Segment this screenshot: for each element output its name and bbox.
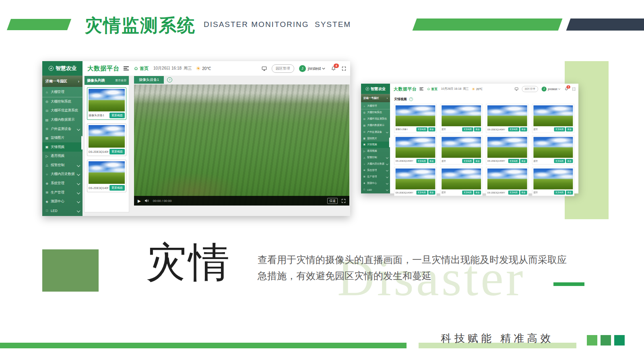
play-button[interactable]: 播放 — [566, 159, 573, 163]
sidebar-item-production-management[interactable]: ⊞ 生产管理 — [361, 174, 390, 180]
camera-card[interactable]: DS-2DE3Q140MY 更新截图 — [87, 123, 126, 156]
camera-thumbnail[interactable] — [89, 161, 125, 184]
help-icon[interactable]: ? — [409, 97, 413, 101]
update-snapshot-button[interactable]: 更新截图 — [462, 191, 473, 195]
help-icon[interactable]: ? — [167, 77, 172, 82]
username-dropdown[interactable]: jnrstest — [308, 66, 325, 71]
update-snapshot-button[interactable]: 更新截图 — [462, 159, 473, 163]
camera-thumbnail[interactable] — [89, 125, 125, 148]
user-avatar[interactable]: J — [541, 86, 546, 91]
play-button[interactable]: 播放 — [566, 128, 573, 132]
show-all-link[interactable]: 显示全部 — [115, 78, 126, 82]
play-button[interactable]: 播放 — [428, 191, 435, 195]
camera-thumbnail[interactable] — [442, 169, 481, 189]
sidebar-item-seedling-images[interactable]: ▦ 苗情图片 — [42, 134, 83, 143]
sidebar-item-outdoor-monitoring-devices[interactable]: ⊙ 户外监测设备 — [42, 124, 83, 134]
camera-device-tab[interactable]: 摄像头设备1 — [134, 76, 164, 84]
sidebar-item-greenhouse-history-data[interactable]: ○ 大棚内历史数据 — [361, 161, 390, 167]
play-button[interactable]: 播放 — [520, 128, 527, 132]
sidebar-item-general-video[interactable]: ▷ 通用视频 — [42, 152, 83, 161]
update-snapshot-button[interactable]: 更新截图 — [462, 128, 473, 132]
play-button[interactable]: 播放 — [474, 191, 481, 195]
volume-icon[interactable] — [144, 199, 149, 203]
sidebar-item-greenhouse-control-system[interactable]: ◎ 大棚控制系统 — [42, 97, 83, 107]
camera-card[interactable]: 监控 更新截图 播放 — [440, 167, 482, 196]
fullscreen-icon[interactable] — [572, 87, 576, 90]
camera-card[interactable]: 监控 更新截图 播放 — [532, 136, 574, 165]
play-button[interactable]: 播放 — [428, 159, 435, 163]
sidebar-item-greenhouse-control-system[interactable]: ◎ 大棚控制系统 — [361, 109, 390, 116]
org-manage-button[interactable]: 园区管理 — [522, 86, 538, 92]
sidebar-item-led[interactable]: □ LED — [42, 206, 83, 216]
camera-thumbnail[interactable] — [442, 137, 481, 158]
camera-thumbnail[interactable] — [487, 137, 527, 158]
update-snapshot-button[interactable]: 更新截图 — [416, 128, 427, 132]
update-snapshot-button[interactable]: 更新截图 — [508, 159, 519, 163]
sidebar-item-alarm-control[interactable]: △ 报警控制 — [361, 154, 390, 161]
sidebar-item-traceability-center[interactable]: ◈ 溯源中心 — [42, 197, 83, 206]
camera-thumbnail[interactable] — [533, 137, 573, 158]
camera-card[interactable]: DS-2DE3Q140MY 更新截图 播放 — [486, 104, 528, 133]
update-snapshot-button[interactable]: 更新截图 — [109, 149, 125, 154]
sidebar-item-production-management[interactable]: ⊞ 生产管理 — [42, 188, 83, 197]
update-snapshot-button[interactable]: 更新截图 — [416, 191, 427, 195]
play-button[interactable]: 播放 — [520, 191, 527, 195]
camera-thumbnail[interactable] — [442, 105, 481, 126]
notifications-bell-icon[interactable]: 4 — [564, 87, 568, 90]
sidebar-item-disaster-video[interactable]: ▣ 灾情视频 — [42, 142, 83, 152]
camera-thumbnail[interactable] — [89, 89, 125, 111]
update-snapshot-button[interactable]: 更新截图 — [554, 128, 565, 132]
sidebar-item-greenhouse-data-display[interactable]: ▤ 大棚内数据展示 — [361, 122, 390, 129]
play-button[interactable]: 播放 — [428, 128, 435, 132]
sidebar-item-greenhouse-env-monitoring[interactable]: ⊡ 大棚环境监测系统 — [361, 116, 390, 122]
camera-card[interactable]: 摄像头设备1 更新截图 播放 — [394, 104, 436, 133]
update-snapshot-button[interactable]: 更新截图 — [109, 185, 125, 191]
sidebar-item-outdoor-monitoring-devices[interactable]: ⊙ 户外监测设备 — [361, 129, 390, 135]
sidebar-item-system-management[interactable]: ⊕ 系统管理 — [42, 179, 83, 188]
update-snapshot-button[interactable]: 更新截图 — [554, 191, 565, 195]
camera-card[interactable]: 摄像头设备1 更新截图 — [87, 87, 126, 120]
camera-card[interactable]: DS-2DE3Q140MY 更新截图 播放 — [486, 136, 528, 165]
camera-thumbnail[interactable] — [533, 169, 573, 189]
update-snapshot-button[interactable]: 更新截图 — [416, 159, 427, 163]
park-selector[interactable]: 济南一号园区 › — [42, 76, 83, 87]
playback-speed-button[interactable]: 倍速 — [327, 198, 338, 204]
camera-card[interactable]: 监控 更新截图 播放 — [440, 104, 482, 133]
nav-home-link[interactable]: 首页 — [134, 66, 149, 72]
sidebar-item-led[interactable]: □ LED — [361, 186, 390, 193]
user-avatar[interactable]: J — [299, 65, 306, 72]
play-button[interactable]: 播放 — [474, 128, 481, 132]
sidebar-scrollbar[interactable] — [81, 136, 83, 150]
play-button[interactable]: 播放 — [520, 159, 527, 163]
fullscreen-icon[interactable] — [342, 66, 346, 71]
camera-thumbnail[interactable] — [396, 169, 435, 189]
play-button[interactable]: 播放 — [474, 159, 481, 163]
sidebar-item-greenhouse-history-data[interactable]: ○ 大棚内历史数据 — [42, 170, 83, 179]
camera-card[interactable]: DS-2DE3Q140MY 更新截图 播放 — [486, 167, 528, 196]
sidebar-item-general-video[interactable]: ▷ 通用视频 — [361, 148, 390, 154]
sidebar-item-greenhouse-env-monitoring[interactable]: ⊡ 大棚环境监测系统 — [42, 106, 83, 115]
sidebar-item-disaster-video[interactable]: ▣ 灾情视频 — [361, 142, 390, 148]
sidebar-item-greenhouse-management[interactable]: ⌂ 大棚管理 — [361, 103, 390, 110]
username-dropdown[interactable]: jnrstest — [548, 87, 560, 90]
sidebar-item-system-management[interactable]: ⊕ 系统管理 — [361, 167, 390, 174]
screen-monitor-icon[interactable] — [262, 66, 267, 71]
play-button[interactable]: 播放 — [566, 191, 573, 195]
screen-monitor-icon[interactable] — [514, 87, 518, 90]
camera-thumbnail[interactable] — [487, 105, 527, 126]
camera-thumbnail[interactable] — [487, 169, 527, 189]
camera-card[interactable]: DS-2DE3Q140MY 更新截图 — [87, 160, 126, 192]
update-snapshot-button[interactable]: 更新截图 — [508, 191, 519, 195]
camera-card[interactable]: DS-2DE3Q140MY 更新截图 播放 — [394, 136, 436, 165]
play-icon[interactable]: ▶ — [138, 199, 141, 203]
update-snapshot-button[interactable]: 更新截图 — [508, 128, 519, 132]
org-manage-button[interactable]: 园区管理 — [272, 64, 294, 73]
sidebar-item-traceability-center[interactable]: ◈ 溯源中心 — [361, 180, 390, 187]
notifications-bell-icon[interactable]: 4 — [331, 66, 336, 71]
camera-thumbnail[interactable] — [533, 105, 573, 126]
park-selector[interactable]: 济南一号园区 › — [361, 94, 390, 102]
video-fullscreen-icon[interactable] — [341, 199, 346, 203]
camera-thumbnail[interactable] — [396, 105, 435, 126]
sidebar-item-greenhouse-data-display[interactable]: ▤ 大棚内数据展示 — [42, 115, 83, 125]
nav-home-link[interactable]: 首页 — [427, 87, 438, 91]
